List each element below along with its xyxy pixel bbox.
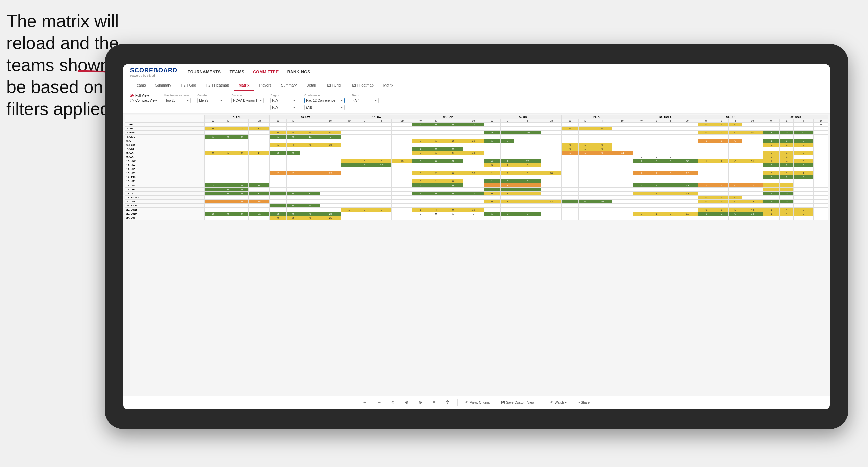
matrix-cell bbox=[320, 200, 341, 204]
matrix-cell bbox=[763, 167, 780, 171]
watch-button[interactable]: 👁 Watch ▾ bbox=[548, 399, 570, 406]
sub-dif6: Dif bbox=[612, 119, 633, 123]
matrix-cell: 1 bbox=[341, 163, 358, 167]
sub-l: L bbox=[221, 119, 235, 123]
matrix-cell bbox=[612, 216, 633, 220]
matrix-cell bbox=[221, 196, 235, 200]
matrix-cell bbox=[463, 159, 484, 163]
matrix-cell bbox=[412, 135, 429, 139]
matrix-cell bbox=[677, 151, 698, 155]
matrix-cell: 0 bbox=[814, 123, 828, 127]
matrix-cell: 0 bbox=[780, 175, 794, 179]
timer-button[interactable]: ⏱ bbox=[443, 399, 452, 406]
matrix-cell bbox=[204, 171, 221, 175]
save-custom-button[interactable]: 💾 Save Custom View bbox=[498, 399, 537, 406]
matrix-cell: 1 bbox=[221, 200, 235, 204]
share-button[interactable]: ↗ Share bbox=[575, 399, 593, 406]
conference-select2[interactable]: (All) bbox=[304, 105, 345, 110]
matrix-cell: 0 bbox=[514, 179, 541, 183]
division-label: Division bbox=[231, 94, 264, 97]
matrix-cell bbox=[463, 200, 484, 204]
subtab-h2hgrid1[interactable]: H2H Grid bbox=[176, 80, 201, 91]
matrix-cell bbox=[562, 131, 579, 135]
matrix-cell bbox=[592, 163, 612, 167]
matrix-cell bbox=[484, 135, 501, 139]
matrix-cell bbox=[221, 171, 235, 175]
matrix-cell bbox=[341, 175, 358, 179]
view-original-button[interactable]: 👁 View: Original bbox=[463, 399, 493, 406]
matrix-cell bbox=[443, 135, 463, 139]
matrix-cell: 0 bbox=[650, 159, 664, 163]
division-select[interactable]: NCAA Division I NCAA Division II bbox=[231, 98, 264, 103]
subtab-summary2[interactable]: Summary bbox=[276, 80, 302, 91]
team-select[interactable]: (All) bbox=[352, 98, 379, 103]
refresh-button[interactable]: ⟲ bbox=[388, 399, 397, 406]
matrix-cell bbox=[541, 127, 561, 131]
matrix-cell bbox=[391, 183, 412, 188]
subtab-detail[interactable]: Detail bbox=[302, 80, 320, 91]
full-view-radio[interactable]: Full View bbox=[130, 94, 157, 97]
gender-select[interactable]: Men's Women's bbox=[197, 98, 224, 103]
matrix-cell bbox=[204, 196, 221, 200]
max-teams-select[interactable]: Top 25 Top 50 All bbox=[164, 98, 191, 103]
matrix-cell bbox=[391, 171, 412, 175]
matrix-cell bbox=[221, 147, 235, 151]
matrix-cell: 18 bbox=[677, 171, 698, 175]
nav-tournaments[interactable]: TOURNAMENTS bbox=[188, 68, 221, 76]
subtab-h2hheatmap2[interactable]: H2H Heatmap bbox=[345, 80, 379, 91]
matrix-cell: 0 bbox=[514, 188, 541, 192]
matrix-cell bbox=[742, 188, 763, 192]
redo-button[interactable]: ↪ bbox=[375, 399, 383, 406]
matrix-cell: 1 bbox=[715, 200, 729, 204]
matrix-cell bbox=[650, 204, 664, 208]
subtab-players[interactable]: Players bbox=[254, 80, 276, 91]
matrix-cell bbox=[541, 163, 561, 167]
matrix-cell bbox=[763, 196, 780, 200]
matrix-cell bbox=[300, 123, 320, 127]
conference-select[interactable]: Pac-12 Conference (All) bbox=[304, 98, 345, 103]
matrix-cell bbox=[698, 175, 715, 179]
matrix-cell: 1 bbox=[269, 135, 286, 139]
matrix-cell bbox=[698, 192, 715, 196]
region-select2[interactable]: N/A bbox=[270, 105, 297, 110]
col-uu: 54. UU bbox=[698, 115, 763, 119]
columns-button[interactable]: ≡ bbox=[430, 399, 438, 406]
matrix-cell bbox=[728, 192, 742, 196]
matrix-cell: 1 bbox=[780, 151, 794, 155]
subtab-h2hgrid2[interactable]: H2H Grid bbox=[320, 80, 345, 91]
compact-view-radio[interactable]: Compact View bbox=[130, 99, 157, 102]
matrix-cell: 0 bbox=[429, 212, 443, 216]
subtab-h2hheatmap1[interactable]: H2H Heatmap bbox=[201, 80, 234, 91]
matrix-cell: 0 bbox=[633, 212, 650, 216]
matrix-cell: 0 bbox=[429, 159, 443, 163]
matrix-cell: 0 bbox=[763, 188, 780, 192]
matrix-cell: 35 bbox=[320, 143, 341, 147]
region-select[interactable]: N/A (All) bbox=[270, 98, 297, 103]
undo-button[interactable]: ↩ bbox=[361, 399, 369, 406]
matrix-cell bbox=[728, 143, 742, 147]
matrix-cell bbox=[578, 167, 592, 171]
subtab-teams[interactable]: Teams bbox=[130, 80, 150, 91]
matrix-cell: 80 bbox=[320, 131, 341, 135]
nav-rankings[interactable]: RANKINGS bbox=[287, 68, 310, 76]
matrix-content[interactable]: 3. ASU 10. UW 11. UA 22. UCB 24. UO 27. … bbox=[123, 114, 830, 396]
matrix-cell: 0 bbox=[501, 179, 514, 183]
sub-w9: W bbox=[763, 119, 780, 123]
subtab-summary1[interactable]: Summary bbox=[150, 80, 176, 91]
subtab-matrix1[interactable]: Matrix bbox=[234, 80, 254, 91]
matrix-cell bbox=[443, 204, 463, 208]
nav-committee[interactable]: COMMITTEE bbox=[253, 68, 279, 76]
matrix-cell: 0 bbox=[286, 212, 300, 216]
zoom-out-button[interactable]: ⊖ bbox=[416, 399, 425, 406]
matrix-cell bbox=[650, 196, 664, 200]
subtab-matrix2[interactable]: Matrix bbox=[379, 80, 398, 91]
nav-links: TOURNAMENTS TEAMS COMMITTEE RANKINGS bbox=[188, 68, 310, 76]
nav-teams[interactable]: TEAMS bbox=[230, 68, 245, 76]
matrix-cell bbox=[269, 208, 286, 212]
row-header-cell: 8. UAF bbox=[125, 151, 205, 155]
matrix-cell bbox=[578, 183, 592, 188]
matrix-cell bbox=[728, 216, 742, 220]
zoom-in-button[interactable]: ⊕ bbox=[402, 399, 411, 406]
matrix-cell bbox=[793, 155, 814, 159]
matrix-cell bbox=[664, 151, 677, 155]
